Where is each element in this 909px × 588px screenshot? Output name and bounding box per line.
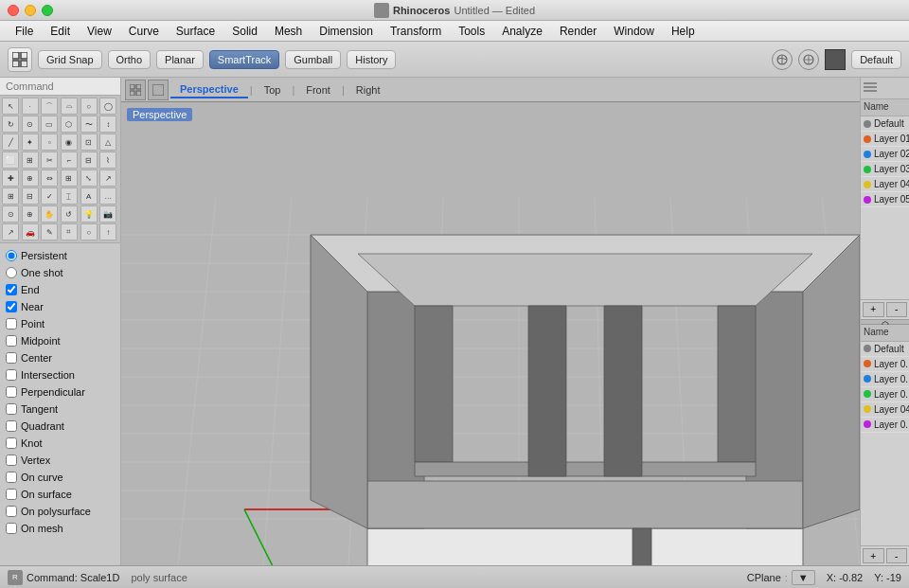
snap-intersection[interactable]: Intersection xyxy=(6,366,115,383)
snap-persistent[interactable]: Persistent xyxy=(6,247,115,264)
circle-tool[interactable]: ○ xyxy=(80,98,98,115)
minimize-button[interactable] xyxy=(25,5,36,16)
layer-bottom-item-01[interactable]: Layer 0. xyxy=(861,357,909,372)
persistent-radio[interactable] xyxy=(6,250,17,261)
gridsnap-button[interactable]: Grid Snap xyxy=(38,50,102,69)
transform-tool[interactable]: ↗ xyxy=(99,169,116,187)
snap-midpoint[interactable]: Midpoint xyxy=(6,332,115,349)
snap-quadrant[interactable]: Quadrant xyxy=(6,418,115,435)
text-tool[interactable]: A xyxy=(80,187,98,205)
menu-mesh[interactable]: Mesh xyxy=(267,23,310,40)
snap-onpolysurface[interactable]: On polysurface xyxy=(6,503,115,520)
more-tool[interactable]: … xyxy=(99,187,116,205)
menu-render[interactable]: Render xyxy=(552,23,604,40)
layer-item-03[interactable]: Layer 03 xyxy=(861,162,909,177)
color-swatch[interactable] xyxy=(825,49,846,70)
menu-tools[interactable]: Tools xyxy=(451,23,492,40)
history-button[interactable]: History xyxy=(347,50,396,69)
menu-analyze[interactable]: Analyze xyxy=(494,23,550,40)
add-object-button[interactable]: + xyxy=(863,548,884,563)
surface-tool[interactable]: ⬜ xyxy=(2,151,19,169)
snap-tangent[interactable]: Tangent xyxy=(6,401,115,418)
snap-oneshot[interactable]: One shot xyxy=(6,264,115,281)
tangent-checkbox[interactable] xyxy=(6,403,17,415)
snap-onmesh[interactable]: On mesh xyxy=(6,520,115,537)
ellipse-tool[interactable]: ◯ xyxy=(99,98,116,115)
layer-bottom-item-04[interactable]: Layer 04 xyxy=(861,402,909,418)
menu-solid[interactable]: Solid xyxy=(224,23,265,40)
vehicle-tool[interactable]: 🚗 xyxy=(22,223,39,241)
remove-object-button[interactable]: - xyxy=(886,548,908,563)
menu-window[interactable]: Window xyxy=(606,23,662,40)
layer-item-02[interactable]: Layer 02 xyxy=(861,147,909,162)
arrow-tool[interactable]: ↑ xyxy=(99,223,116,241)
quadrant-checkbox[interactable] xyxy=(6,420,17,432)
point-tool[interactable]: · xyxy=(22,98,39,115)
snap-perpendicular[interactable]: Perpendicular xyxy=(6,383,115,401)
layer-bottom-item-02[interactable]: Layer 0. xyxy=(861,372,909,387)
layer-bottom-item-default[interactable]: Default xyxy=(861,342,909,357)
rotate-tool[interactable]: ↻ xyxy=(2,116,19,133)
oneshot-radio[interactable] xyxy=(6,267,17,278)
near-checkbox[interactable] xyxy=(6,301,17,312)
viewport-3d[interactable]: z y Perspective xyxy=(121,102,860,565)
onsurface-checkbox[interactable] xyxy=(6,489,17,500)
fillet-tool[interactable]: ⌐ xyxy=(61,151,78,169)
snap-knot[interactable]: Knot xyxy=(6,435,115,452)
scale-tool[interactable]: ⤡ xyxy=(80,169,98,187)
layers-icon[interactable] xyxy=(863,80,878,97)
snap-end[interactable]: End xyxy=(6,281,115,298)
crosshair-icon[interactable] xyxy=(798,49,819,70)
curve-tool[interactable]: ⌒ xyxy=(41,98,58,115)
menu-dimension[interactable]: Dimension xyxy=(312,23,381,40)
planar-button[interactable]: Planar xyxy=(156,50,204,69)
arc-tool[interactable]: ⌓ xyxy=(61,98,78,115)
line-tool[interactable]: ╱ xyxy=(2,134,19,151)
viewport-single-icon[interactable] xyxy=(148,80,169,100)
knot-checkbox[interactable] xyxy=(6,437,17,449)
snap-onsurface[interactable]: On surface xyxy=(6,486,115,503)
dim-tool[interactable]: ⌶ xyxy=(61,187,78,205)
close-button[interactable] xyxy=(8,5,19,16)
menu-transform[interactable]: Transform xyxy=(383,23,449,40)
menu-file[interactable]: File xyxy=(8,23,41,40)
tab-right[interactable]: Right xyxy=(347,82,390,98)
tab-perspective[interactable]: Perspective xyxy=(170,81,248,98)
viewport-grid-icon[interactable] xyxy=(125,80,146,100)
trim-tool[interactable]: ✂ xyxy=(41,151,58,169)
snap-center[interactable]: Center xyxy=(6,349,115,366)
oncurve-checkbox[interactable] xyxy=(6,472,17,483)
cylinder-tool[interactable]: ⊡ xyxy=(80,134,98,151)
snap-tool[interactable]: ⊙ xyxy=(2,205,19,223)
tab-front[interactable]: Front xyxy=(296,82,340,98)
layer-item-05[interactable]: Layer 05 xyxy=(861,192,909,207)
rect-tool[interactable]: ▭ xyxy=(41,116,58,133)
layer-item-01[interactable]: Layer 01 xyxy=(861,132,909,147)
default-button[interactable]: Default xyxy=(851,50,901,69)
midpoint-checkbox[interactable] xyxy=(6,335,17,347)
grid-display-tool[interactable]: ⊞ xyxy=(2,187,19,205)
offset-tool[interactable]: ⊟ xyxy=(80,151,98,169)
cone-tool[interactable]: △ xyxy=(99,134,116,151)
menu-view[interactable]: View xyxy=(80,23,119,40)
adjust-tool[interactable]: ↕ xyxy=(99,116,116,133)
mirror-tool[interactable]: ⇔ xyxy=(41,169,58,187)
vertex-checkbox[interactable] xyxy=(6,454,17,466)
snap-point[interactable]: Point xyxy=(6,315,115,332)
cursor-tool[interactable]: ↗ xyxy=(2,223,19,241)
center-checkbox[interactable] xyxy=(6,352,17,364)
light-tool[interactable]: 💡 xyxy=(80,205,98,223)
smarttrack-button[interactable]: SmartTrack xyxy=(209,50,279,69)
remove-layer-button[interactable]: - xyxy=(886,302,908,317)
intersection-checkbox[interactable] xyxy=(6,369,17,381)
gumball-button[interactable]: Gumball xyxy=(285,50,341,69)
cplane-selector[interactable]: ▼ xyxy=(792,570,815,585)
add-layer-button[interactable]: + xyxy=(863,302,884,317)
onpolysurface-checkbox[interactable] xyxy=(6,506,17,517)
snap-oncurve[interactable]: On curve xyxy=(6,469,115,486)
select-tool[interactable]: ↖ xyxy=(2,98,19,115)
camera-tool[interactable]: 📷 xyxy=(99,205,116,223)
snap-vertex[interactable]: Vertex xyxy=(6,452,115,469)
copy-tool[interactable]: ⊕ xyxy=(22,169,39,187)
layer-item-default[interactable]: Default xyxy=(861,116,909,132)
